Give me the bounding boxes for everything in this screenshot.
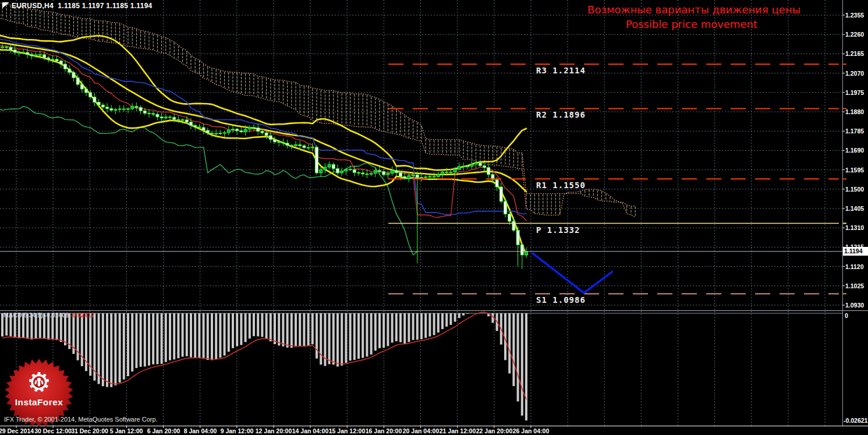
- chart-dropdown-icon[interactable]: [2, 2, 9, 8]
- chart-symbol-period: EURUSD,H4: [12, 2, 54, 10]
- price-axis-label: 1.2260: [845, 31, 864, 38]
- macd-axis-zero: 0: [845, 312, 848, 319]
- price-axis-label: 1.1120: [845, 263, 864, 270]
- time-axis-label: 14 Jan 04:00: [292, 427, 328, 434]
- time-axis-label: 8 Jan 04:00: [184, 427, 217, 434]
- instaforex-logo-text: InstaForex: [15, 397, 63, 408]
- mt4-chart-window: EURUSD,H4 1.1185 1.1197 1.1185 1.1194 Во…: [0, 0, 868, 435]
- price-axis-label: 1.1880: [845, 108, 864, 115]
- time-axis-label: 21 Jan 12:00: [440, 427, 476, 434]
- time-axis-label: 20 Jan 04:00: [403, 427, 439, 434]
- time-axis-label: 26 Jan 04:00: [513, 427, 549, 434]
- chart-canvas[interactable]: [0, 0, 868, 435]
- price-axis-label: 1.2070: [845, 70, 864, 77]
- time-axis-label: 6 Jan 20:00: [147, 427, 180, 434]
- price-axis-label: 1.1975: [845, 89, 864, 96]
- annotation-ru: Возможные варианты движения цены: [587, 3, 800, 16]
- chart-title: EURUSD,H4 1.1185 1.1197 1.1185 1.1194: [12, 2, 153, 10]
- time-axis-label: 12 Jan 20:00: [256, 427, 292, 434]
- time-axis-label: 16 Jan 20:00: [366, 427, 402, 434]
- price-axis-label: 1.2355: [845, 12, 864, 19]
- time-axis-label: 5 Jan 12:00: [110, 427, 143, 434]
- price-projection-line: [533, 253, 612, 293]
- price-axis-label: 1.2165: [845, 50, 864, 57]
- price-axis-label: 1.0930: [845, 302, 864, 309]
- price-axis-label: 1.1595: [845, 167, 864, 174]
- chart-ohlc-values: 1.1185 1.1197 1.1185 1.1194: [58, 2, 152, 10]
- pivot-label-r2: R2 1.1896: [536, 110, 586, 119]
- price-axis-label: 1.1025: [845, 282, 864, 289]
- pivot-label-s1: S1 1.0986: [536, 295, 586, 305]
- time-axis-label: 15 Jan 12:00: [329, 427, 365, 434]
- price-axis-label: 1.1690: [845, 147, 864, 154]
- pivot-label-r1: R1 1.1550: [536, 181, 586, 190]
- chikou-span-line: [0, 105, 417, 255]
- price-axis-label: 1.1785: [845, 128, 864, 135]
- macd-axis-min: -0.02621: [844, 417, 867, 424]
- time-axis-label: 22 Jan 20:00: [476, 427, 512, 434]
- time-axis-label: 31 Dec 20:00: [71, 427, 108, 434]
- macd-signal-value: -0.02417: [70, 312, 94, 319]
- time-axis-label: 29 Dec 2014: [0, 427, 34, 434]
- annotation-en: Possible price movement: [626, 18, 757, 30]
- macd-indicator-label: MACD(5,34,5) -0.02408 -0.02417: [3, 312, 94, 319]
- time-axis-label: 30 Dec 12:00: [34, 427, 72, 434]
- current-price-tag: 1.1194: [843, 247, 868, 256]
- price-axis-label: 1.1500: [845, 186, 864, 193]
- pivot-label-p: P 1.1332: [536, 225, 580, 235]
- price-axis-label: 1.1405: [845, 205, 864, 212]
- time-axis-label: 9 Jan 12:00: [221, 427, 254, 434]
- macd-name: MACD(5,34,5): [3, 312, 43, 319]
- copyright-text: IFX Trader, © 2001-2014, MetaQuotes Soft…: [4, 416, 158, 423]
- price-axis-label: 1.1310: [845, 224, 864, 231]
- macd-main-value: -0.02408: [45, 312, 69, 319]
- pivot-label-r3: R3 1.2114: [536, 66, 586, 75]
